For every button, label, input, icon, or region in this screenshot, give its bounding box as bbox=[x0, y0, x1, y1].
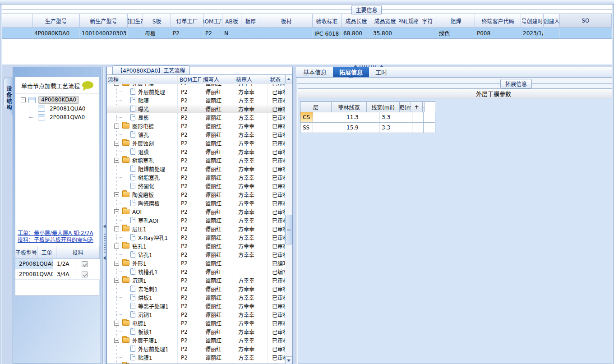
collapse-icon[interactable] bbox=[114, 124, 119, 129]
main-info-column-header[interactable]: PNL规格 bbox=[399, 14, 418, 28]
process-name-label[interactable]: 外层蚀刻 bbox=[132, 139, 154, 147]
process-row[interactable]: 陶瓷磨板 P2 谭丽红 方幸幸 已审核 bbox=[107, 199, 285, 207]
collapse-icon[interactable] bbox=[114, 244, 119, 249]
param-column-header[interactable]: + bbox=[411, 102, 423, 112]
main-info-cell[interactable]: 2023/1/28 bbox=[521, 28, 544, 38]
process-name-cell[interactable]: AOI bbox=[107, 207, 177, 216]
main-info-cell[interactable] bbox=[2, 28, 32, 38]
process-name-label[interactable]: 显影 bbox=[138, 113, 149, 122]
main-info-column-header[interactable]: 验收标准 bbox=[313, 14, 342, 28]
main-info-cell[interactable]: 10010400203032 bbox=[80, 28, 128, 38]
process-row[interactable]: 沉铜1 P2 谭丽红 方幸幸 已审核 bbox=[107, 310, 285, 319]
process-name-cell[interactable]: 钻孔1 bbox=[107, 242, 177, 250]
main-info-column-header[interactable]: BOM工厂 bbox=[203, 14, 222, 28]
process-row[interactable]: 电镀1 P2 谭丽红 方幸幸 已审核 bbox=[107, 319, 285, 327]
process-row[interactable]: 外层前处理1 P2 谭丽红 方幸幸 已审核 bbox=[107, 345, 285, 353]
column-header-writer[interactable]: 编写人 bbox=[201, 75, 234, 83]
subboard-order-cell[interactable]: 1/2A bbox=[53, 259, 75, 269]
process-row[interactable]: 板镀1 P2 谭丽红 方幸幸 已审核 bbox=[107, 327, 285, 336]
main-info-cell[interactable]: P2 bbox=[171, 28, 203, 38]
collapse-icon[interactable] bbox=[21, 97, 26, 102]
main-info-cell[interactable] bbox=[544, 28, 560, 38]
process-row[interactable]: 外层干膜1 P2 谭丽红 方幸幸 已审核 bbox=[107, 336, 285, 345]
process-name-label[interactable]: 沉铜1 bbox=[132, 276, 147, 285]
param-plus-cell[interactable] bbox=[412, 112, 424, 123]
main-info-column-header[interactable] bbox=[2, 14, 32, 28]
process-name-label[interactable]: 外层前处理 bbox=[138, 88, 165, 96]
splitter-grip[interactable] bbox=[104, 234, 106, 253]
process-row[interactable]: 阻焊前处理 P2 谭丽红 方幸幸 已审核 bbox=[107, 165, 285, 173]
process-row[interactable]: 树脂塞孔 P2 谭丽红 方幸幸 已审核 bbox=[107, 173, 285, 182]
process-row[interactable]: 退膜 P2 谭丽红 方幸幸 已审核 bbox=[107, 147, 285, 156]
process-name-cell[interactable]: 外层前处理1 bbox=[107, 345, 177, 353]
param-column-header[interactable]: 线宽(mil) bbox=[367, 102, 400, 112]
process-row[interactable]: 外层干膜 P2 谭丽红 方幸幸 已审核 bbox=[107, 84, 285, 88]
subboard-model-cell[interactable]: 2P0081QUA0 bbox=[15, 259, 53, 269]
process-name-label[interactable]: 曝光 bbox=[138, 105, 149, 113]
detail-tab[interactable]: 基本信息 bbox=[297, 67, 333, 77]
main-info-column-header[interactable]: 成品宽度 bbox=[371, 14, 399, 28]
param-spacing-cell[interactable]: 3.3 bbox=[379, 112, 412, 123]
process-name-cell[interactable]: 去毛刺1 bbox=[107, 285, 177, 293]
process-row[interactable]: 图形电镀 P2 谭丽红 方幸幸 已审核 bbox=[107, 122, 285, 130]
subboard-column-header[interactable]: 工单 bbox=[37, 246, 56, 259]
process-name-cell[interactable]: 板镀1 bbox=[107, 327, 177, 336]
main-info-cell[interactable]: N bbox=[222, 28, 241, 38]
process-name-cell[interactable]: 阻焊前处理 bbox=[107, 165, 177, 173]
main-info-tab[interactable]: 主要信息 bbox=[351, 5, 382, 14]
collapse-icon[interactable] bbox=[114, 261, 119, 266]
process-name-label[interactable]: 钻孔1 bbox=[138, 250, 152, 259]
main-info-grid-row[interactable]: 4P0080KDA0 10010400203032 母板 P2 P2 N IPC… bbox=[2, 28, 612, 38]
main-info-column-header[interactable]: 阻焊 bbox=[437, 14, 475, 28]
process-name-cell[interactable] bbox=[107, 362, 177, 364]
process-row[interactable]: 层压1 P2 谭丽红 方幸幸 已审核 bbox=[107, 225, 285, 233]
process-row[interactable]: AOI P2 谭丽红 方幸幸 已审核 bbox=[107, 207, 285, 216]
main-info-column-header[interactable]: 生产型号 bbox=[32, 14, 80, 28]
process-row[interactable]: 外形1 P2 谭丽红 已编写 bbox=[107, 259, 285, 267]
param-column-header[interactable]: 间距(mil) bbox=[400, 102, 411, 112]
process-name-label[interactable]: 外层干膜1 bbox=[132, 336, 157, 345]
main-info-cell[interactable]: 35.800 bbox=[371, 28, 399, 38]
param-film-width-cell[interactable] bbox=[313, 123, 344, 133]
collapse-icon[interactable] bbox=[114, 226, 119, 231]
process-flow-tab[interactable]: 【4P0080KDA0】工艺流程 bbox=[112, 65, 190, 75]
process-name-cell[interactable]: 外层干膜1 bbox=[107, 336, 177, 345]
subboard-row[interactable]: 2P0081QUA0 1/2A bbox=[15, 259, 100, 269]
process-name-label[interactable]: 层压1 bbox=[132, 225, 147, 233]
process-name-label[interactable]: 钻孔1 bbox=[132, 242, 147, 250]
collapse-icon[interactable] bbox=[114, 192, 119, 197]
subboard-column-header[interactable]: 子板型号 bbox=[15, 246, 37, 259]
tree-node-child[interactable]: 2P0081QUA0 bbox=[15, 104, 99, 113]
process-name-cell[interactable]: 塞孔AOI bbox=[107, 216, 177, 225]
main-info-column-header[interactable]: SO bbox=[560, 14, 611, 28]
process-name-cell[interactable]: 曝光 bbox=[107, 105, 177, 113]
main-info-cell[interactable] bbox=[418, 28, 437, 38]
process-name-label[interactable]: 外层前处理1 bbox=[138, 345, 169, 353]
process-name-cell[interactable]: 陶瓷磨板 bbox=[107, 190, 177, 199]
param-spacing-cell[interactable]: 3.3 bbox=[379, 123, 412, 133]
process-name-cell[interactable]: 退膜 bbox=[107, 147, 177, 156]
subboard-model-cell[interactable]: 2P0081QVA0 bbox=[15, 269, 53, 280]
collapse-icon[interactable] bbox=[114, 321, 119, 326]
main-info-column-header[interactable]: 终端客户代码 bbox=[475, 14, 521, 28]
process-name-label[interactable]: 树脂塞孔 bbox=[138, 173, 160, 182]
process-row[interactable]: 贴膜 P2 谭丽红 方幸幸 已审核 bbox=[107, 96, 285, 105]
collapse-icon[interactable] bbox=[114, 338, 119, 343]
process-name-label[interactable]: 等离子处理1 bbox=[138, 302, 169, 310]
main-info-cell[interactable] bbox=[399, 28, 418, 38]
process-name-label[interactable]: 铣槽孔1 bbox=[138, 267, 158, 276]
process-name-cell[interactable]: 镀孔 bbox=[107, 130, 177, 139]
process-row[interactable]: 钻孔1 P2 谭丽红 方幸幸 已审核 bbox=[107, 242, 285, 250]
process-name-label[interactable]: 退膜 bbox=[138, 147, 149, 156]
process-name-cell[interactable]: 陶瓷磨板 bbox=[107, 199, 177, 207]
process-row[interactable]: 外层蚀刻 P2 谭丽红 方幸幸 已审核 bbox=[107, 139, 285, 147]
process-name-label[interactable]: 陶瓷磨板 bbox=[138, 199, 160, 207]
process-row[interactable]: 显影 P2 谭丽红 方幸幸 已审核 bbox=[107, 113, 285, 122]
scroll-down-button[interactable] bbox=[285, 356, 292, 364]
collapse-icon[interactable] bbox=[114, 158, 119, 163]
process-row[interactable]: 烘板1 P2 谭丽红 方幸幸 已审核 bbox=[107, 293, 285, 302]
subboard-column-header[interactable]: 投料 bbox=[56, 246, 99, 259]
feed-checkbox[interactable] bbox=[82, 272, 88, 277]
process-name-label[interactable]: X-Ray冲孔1 bbox=[138, 233, 168, 242]
main-info-column-header[interactable]: 新生产型号 bbox=[80, 14, 128, 28]
